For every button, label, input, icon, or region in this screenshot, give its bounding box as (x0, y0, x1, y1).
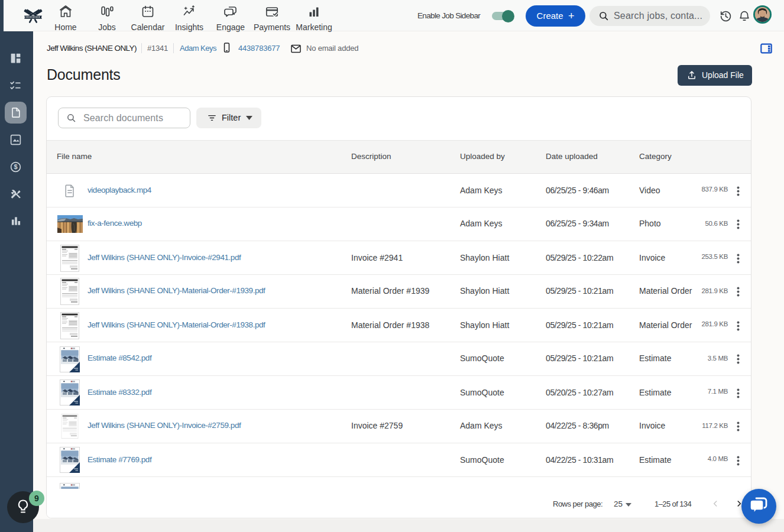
svg-text:$: $ (14, 163, 17, 170)
